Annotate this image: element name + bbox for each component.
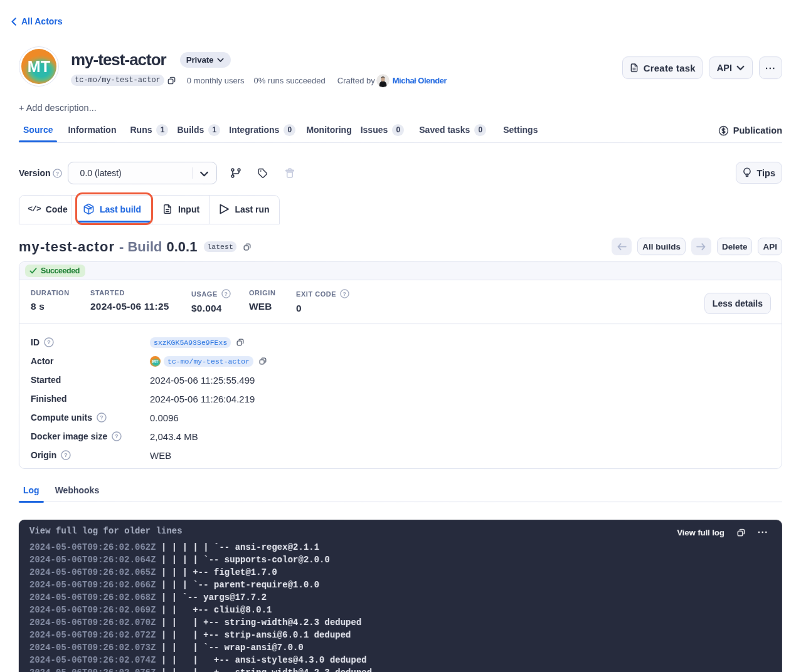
svg-text:?: ? (224, 291, 228, 297)
svg-text:?: ? (55, 170, 58, 176)
svg-text:?: ? (343, 291, 347, 297)
svg-text:?: ? (47, 339, 51, 345)
svg-text:?: ? (64, 451, 68, 458)
svg-text:?: ? (115, 433, 119, 439)
svg-text:?: ? (100, 414, 103, 421)
